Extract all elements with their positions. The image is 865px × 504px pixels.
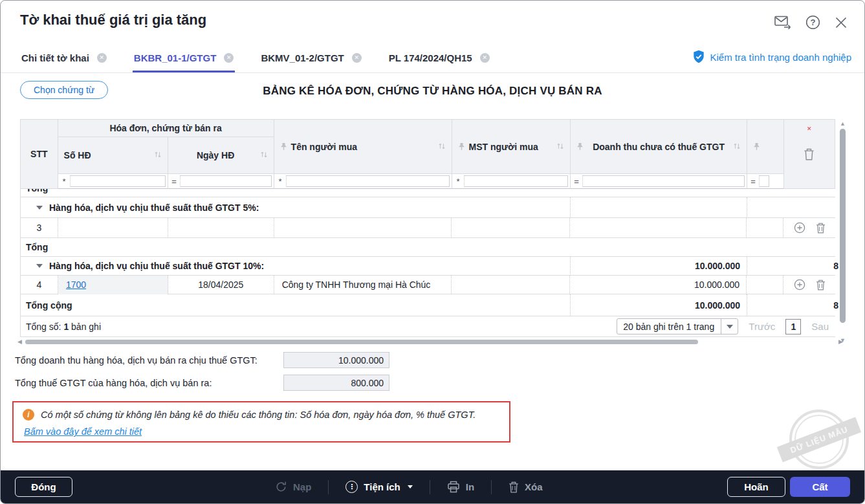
filter-operator[interactable]: = [170, 177, 179, 186]
sort-icon[interactable] [154, 150, 162, 160]
table-group-row-5pct: Hàng hóa, dịch vụ chịu thuế suất thuế GT… [21, 197, 835, 218]
utilities-button[interactable]: ⋮ Tiện ích [345, 481, 412, 493]
cell-buyer-tax-code[interactable] [452, 276, 570, 294]
warning-details-link[interactable]: Bấm vào đây để xem chi tiết [24, 426, 142, 437]
cell-buyer-name[interactable]: Công ty TNHH Thương mại Hà Chúc [274, 276, 452, 294]
close-icon[interactable] [835, 16, 848, 29]
scroll-left-icon[interactable]: ◀ [17, 338, 22, 345]
scroll-right-icon[interactable]: ▶ [838, 338, 843, 345]
cell-invoice-date[interactable]: 18/04/2025 [168, 276, 274, 294]
filter-operator[interactable]: = [573, 177, 581, 186]
col-header-buyer-tax-code[interactable]: MST người mua [452, 120, 571, 174]
cell-revenue[interactable] [570, 218, 747, 238]
filter-input-buyer-tax-code[interactable] [464, 175, 568, 187]
table-group-row-10pct: Hàng hóa, dịch vụ chịu thuế suất thuế GT… [21, 257, 835, 276]
invoice-no-link[interactable]: 1700 [66, 279, 86, 290]
tab-pl-174-2024-qh15[interactable]: PL 174/2024/QH15 ✕ [388, 45, 491, 72]
vertical-scroll-thumb[interactable] [840, 129, 846, 323]
next-page-button[interactable]: Sau [811, 321, 829, 332]
collapse-icon[interactable] [36, 264, 43, 268]
svg-text:?: ? [811, 17, 816, 27]
add-row-icon[interactable] [794, 222, 805, 234]
chevron-down-icon [721, 319, 738, 334]
current-page-button[interactable]: 1 [785, 319, 801, 334]
tab-label: Chi tiết tờ khai [21, 52, 89, 63]
filter-operator[interactable]: * [60, 177, 69, 186]
info-icon: i [23, 409, 34, 421]
delete-row-icon[interactable] [816, 279, 826, 290]
filter-input-buyer-name[interactable] [286, 175, 450, 187]
cell-revenue[interactable]: 10.000.000 [570, 276, 747, 294]
summary-section: Tổng doanh thu hàng hóa, dịch vụ bán ra … [15, 352, 389, 397]
page-size-select[interactable]: 20 bản ghi trên 1 trang [617, 318, 738, 334]
col-group-invoice: Hóa đơn, chứng từ bán ra [58, 120, 274, 137]
postpone-button[interactable]: Hoãn [727, 477, 785, 497]
col-header-invoice-date[interactable]: Ngày HĐ [168, 137, 274, 174]
table-row-4[interactable]: 4 1700 18/04/2025 Công ty TNHH Thương mạ… [21, 276, 835, 294]
collapse-icon[interactable] [36, 206, 43, 210]
total-revenue-field[interactable] [283, 352, 389, 368]
scroll-up-icon[interactable]: ▲ [839, 121, 846, 127]
tab-close-icon[interactable]: ✕ [480, 53, 490, 63]
filter-input-extra[interactable] [759, 175, 769, 187]
tab-bkmv-01-2-gtgt[interactable]: BKMV_01-2/GTGT ✕ [259, 45, 362, 72]
cell-invoice-no[interactable] [58, 218, 168, 238]
status-link-label: Kiểm tra tình trạng doanh nghiệp [710, 52, 851, 63]
vat-declaration-dialog: Tờ khai thuế giá trị gia tăng ? Chi tiết… [0, 0, 865, 504]
sort-icon[interactable] [556, 142, 564, 152]
tab-chi-tiet-to-khai[interactable]: Chi tiết tờ khai ✕ [20, 45, 108, 72]
add-row-icon[interactable] [794, 279, 805, 290]
sheet-heading: BẢNG KÊ HÓA ĐƠN, CHỨNG TỪ HÀNG HÓA, DỊCH… [1, 85, 864, 98]
filter-input-revenue[interactable] [582, 175, 745, 187]
check-business-status-link[interactable]: Kiểm tra tình trạng doanh nghiệp [692, 50, 851, 64]
reload-button[interactable]: Nạp [275, 481, 311, 493]
shield-check-icon [692, 50, 705, 64]
prev-page-button[interactable]: Trước [749, 321, 775, 332]
pin-icon[interactable] [280, 142, 287, 151]
cell-buyer-tax-code[interactable] [452, 218, 570, 238]
delete-button[interactable]: Xóa [509, 481, 543, 493]
pin-icon[interactable] [576, 142, 584, 151]
close-button[interactable]: Đóng [15, 477, 72, 497]
save-button[interactable]: Cất [790, 477, 850, 497]
help-icon[interactable]: ? [805, 15, 820, 30]
horizontal-scrollbar[interactable]: ◀ ▶ [20, 338, 843, 345]
cell-invoice-date[interactable] [168, 218, 274, 238]
table-row-3[interactable]: 3 [21, 218, 835, 238]
tab-close-icon[interactable]: ✕ [97, 53, 107, 63]
cell-buyer-name[interactable] [274, 218, 452, 238]
delete-row-icon[interactable] [816, 223, 826, 234]
col-header-buyer-name[interactable]: Tên người mua [274, 120, 452, 174]
total-vat-field[interactable] [283, 375, 389, 391]
filter-input-invoice-date[interactable] [180, 175, 272, 187]
table-row-grand-total: Tổng cộng 10.000.000 8 [21, 294, 835, 316]
filter-operator[interactable]: = [749, 177, 758, 186]
pin-icon[interactable] [458, 142, 465, 151]
tab-bkbr-01-1-gtgt[interactable]: BKBR_01-1/GTGT ✕ [133, 45, 235, 72]
delete-all-rows-icon[interactable]: ✕ [784, 120, 835, 189]
send-mail-icon[interactable] [774, 16, 791, 29]
record-count: Tổng số: 1 bản ghi [26, 322, 101, 332]
grand-revenue-total: 10.000.000 [570, 294, 747, 316]
horizontal-scroll-thumb[interactable] [25, 340, 698, 344]
pin-icon[interactable] [753, 142, 760, 151]
tab-close-icon[interactable]: ✕ [352, 53, 362, 63]
group-revenue-total: 10.000.000 [570, 257, 747, 276]
warning-message: Có một số chứng từ không lên bảng kê do … [41, 410, 476, 420]
vertical-scrollbar[interactable]: ▲ ▼ [839, 121, 846, 338]
print-button[interactable]: In [447, 481, 474, 493]
utilities-icon: ⋮ [345, 481, 358, 493]
sort-icon[interactable] [733, 142, 741, 152]
sort-icon[interactable] [260, 150, 268, 160]
filter-input-invoice-no[interactable] [70, 175, 166, 187]
col-header-invoice-no[interactable]: Số HĐ [58, 137, 168, 174]
filter-operator[interactable]: * [454, 177, 463, 186]
chevron-down-icon [408, 485, 413, 488]
sort-icon[interactable] [438, 142, 446, 152]
filter-operator[interactable]: * [276, 177, 285, 186]
warning-box: i Có một số chứng từ không lên bảng kê d… [12, 401, 510, 443]
col-header-revenue[interactable]: Doanh thu chưa có thuế GTGT [571, 120, 747, 174]
tab-close-icon[interactable]: ✕ [224, 53, 234, 63]
col-header-extra[interactable] [747, 120, 784, 174]
col-header-stt: STT [21, 120, 58, 189]
